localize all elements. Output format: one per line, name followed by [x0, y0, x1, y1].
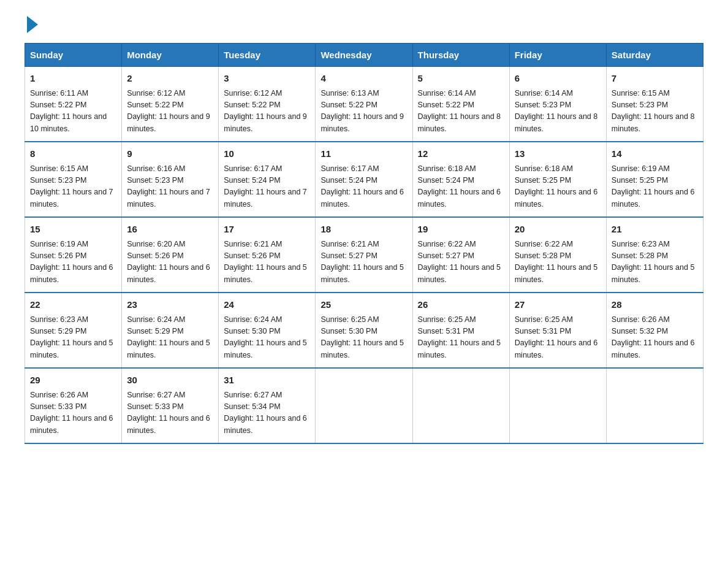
day-info: Sunrise: 6:26 AMSunset: 5:33 PMDaylight:… [30, 391, 113, 435]
calendar-table: SundayMondayTuesdayWednesdayThursdayFrid… [25, 43, 703, 444]
day-cell: 9Sunrise: 6:16 AMSunset: 5:23 PMDaylight… [122, 142, 219, 217]
day-info: Sunrise: 6:26 AMSunset: 5:32 PMDaylight:… [612, 315, 695, 359]
day-number: 12 [418, 147, 504, 161]
day-cell: 7Sunrise: 6:15 AMSunset: 5:23 PMDaylight… [606, 67, 703, 142]
day-info: Sunrise: 6:15 AMSunset: 5:23 PMDaylight:… [612, 89, 695, 133]
day-cell: 28Sunrise: 6:26 AMSunset: 5:32 PMDayligh… [606, 293, 703, 368]
day-cell: 29Sunrise: 6:26 AMSunset: 5:33 PMDayligh… [25, 368, 122, 443]
day-number: 19 [418, 223, 504, 237]
day-number: 27 [515, 298, 601, 312]
day-info: Sunrise: 6:22 AMSunset: 5:27 PMDaylight:… [418, 240, 501, 284]
day-info: Sunrise: 6:20 AMSunset: 5:26 PMDaylight:… [127, 240, 210, 284]
day-cell: 4Sunrise: 6:13 AMSunset: 5:22 PMDaylight… [316, 67, 412, 142]
day-number: 1 [30, 72, 116, 86]
week-row-4: 22Sunrise: 6:23 AMSunset: 5:29 PMDayligh… [25, 293, 703, 368]
day-cell: 27Sunrise: 6:25 AMSunset: 5:31 PMDayligh… [509, 293, 606, 368]
day-info: Sunrise: 6:22 AMSunset: 5:28 PMDaylight:… [515, 240, 598, 284]
day-number: 14 [612, 147, 698, 161]
day-number: 17 [224, 223, 310, 237]
day-number: 28 [612, 298, 698, 312]
day-cell [316, 368, 412, 443]
day-cell: 26Sunrise: 6:25 AMSunset: 5:31 PMDayligh… [412, 293, 509, 368]
week-row-2: 8Sunrise: 6:15 AMSunset: 5:23 PMDaylight… [25, 142, 703, 217]
day-info: Sunrise: 6:11 AMSunset: 5:22 PMDaylight:… [30, 89, 107, 133]
header-cell-friday: Friday [509, 44, 606, 67]
header-cell-saturday: Saturday [606, 44, 703, 67]
week-row-5: 29Sunrise: 6:26 AMSunset: 5:33 PMDayligh… [25, 368, 703, 443]
day-cell: 15Sunrise: 6:19 AMSunset: 5:26 PMDayligh… [25, 217, 122, 293]
day-number: 26 [418, 298, 504, 312]
day-info: Sunrise: 6:14 AMSunset: 5:23 PMDaylight:… [515, 89, 598, 133]
day-cell: 1Sunrise: 6:11 AMSunset: 5:22 PMDaylight… [25, 67, 122, 142]
header-cell-tuesday: Tuesday [219, 44, 316, 67]
day-cell: 10Sunrise: 6:17 AMSunset: 5:24 PMDayligh… [219, 142, 316, 217]
day-cell: 11Sunrise: 6:17 AMSunset: 5:24 PMDayligh… [316, 142, 412, 217]
day-number: 7 [612, 72, 698, 86]
logo-arrow-icon [27, 16, 38, 33]
day-cell: 6Sunrise: 6:14 AMSunset: 5:23 PMDaylight… [509, 67, 606, 142]
day-number: 2 [127, 72, 213, 86]
day-cell: 14Sunrise: 6:19 AMSunset: 5:25 PMDayligh… [606, 142, 703, 217]
day-cell: 20Sunrise: 6:22 AMSunset: 5:28 PMDayligh… [509, 217, 606, 293]
header-cell-monday: Monday [122, 44, 219, 67]
day-cell: 12Sunrise: 6:18 AMSunset: 5:24 PMDayligh… [412, 142, 509, 217]
day-info: Sunrise: 6:19 AMSunset: 5:26 PMDaylight:… [30, 240, 113, 284]
day-number: 8 [30, 147, 116, 161]
day-cell: 23Sunrise: 6:24 AMSunset: 5:29 PMDayligh… [122, 293, 219, 368]
day-info: Sunrise: 6:14 AMSunset: 5:22 PMDaylight:… [418, 89, 501, 133]
day-info: Sunrise: 6:23 AMSunset: 5:29 PMDaylight:… [30, 315, 113, 359]
calendar-header: SundayMondayTuesdayWednesdayThursdayFrid… [25, 44, 703, 67]
day-info: Sunrise: 6:19 AMSunset: 5:25 PMDaylight:… [612, 164, 695, 209]
week-row-3: 15Sunrise: 6:19 AMSunset: 5:26 PMDayligh… [25, 217, 703, 293]
day-info: Sunrise: 6:25 AMSunset: 5:31 PMDaylight:… [418, 315, 501, 359]
day-cell: 24Sunrise: 6:24 AMSunset: 5:30 PMDayligh… [219, 293, 316, 368]
day-number: 25 [320, 298, 407, 312]
day-info: Sunrise: 6:18 AMSunset: 5:25 PMDaylight:… [515, 164, 598, 209]
day-number: 11 [320, 147, 407, 161]
day-number: 5 [418, 72, 504, 86]
day-number: 13 [515, 147, 601, 161]
day-number: 18 [320, 223, 407, 237]
day-cell: 19Sunrise: 6:22 AMSunset: 5:27 PMDayligh… [412, 217, 509, 293]
header-cell-wednesday: Wednesday [316, 44, 412, 67]
day-number: 31 [224, 373, 310, 388]
day-number: 24 [224, 298, 310, 312]
day-cell: 30Sunrise: 6:27 AMSunset: 5:33 PMDayligh… [122, 368, 219, 443]
day-number: 21 [612, 223, 698, 237]
day-info: Sunrise: 6:18 AMSunset: 5:24 PMDaylight:… [418, 164, 501, 209]
day-info: Sunrise: 6:21 AMSunset: 5:27 PMDaylight:… [320, 240, 404, 284]
day-cell [509, 368, 606, 443]
day-number: 16 [127, 223, 213, 237]
logo [25, 18, 38, 31]
week-row-1: 1Sunrise: 6:11 AMSunset: 5:22 PMDaylight… [25, 67, 703, 142]
day-cell: 5Sunrise: 6:14 AMSunset: 5:22 PMDaylight… [412, 67, 509, 142]
day-info: Sunrise: 6:25 AMSunset: 5:30 PMDaylight:… [320, 315, 404, 359]
day-cell [412, 368, 509, 443]
day-number: 10 [224, 147, 310, 161]
day-info: Sunrise: 6:15 AMSunset: 5:23 PMDaylight:… [30, 164, 113, 209]
header-cell-sunday: Sunday [25, 44, 122, 67]
day-cell: 17Sunrise: 6:21 AMSunset: 5:26 PMDayligh… [219, 217, 316, 293]
day-info: Sunrise: 6:27 AMSunset: 5:33 PMDaylight:… [127, 391, 210, 435]
day-info: Sunrise: 6:27 AMSunset: 5:34 PMDaylight:… [224, 391, 307, 435]
day-cell: 31Sunrise: 6:27 AMSunset: 5:34 PMDayligh… [219, 368, 316, 443]
day-number: 20 [515, 223, 601, 237]
day-number: 22 [30, 298, 116, 312]
day-info: Sunrise: 6:13 AMSunset: 5:22 PMDaylight:… [320, 89, 404, 133]
day-number: 6 [515, 72, 601, 86]
day-cell: 2Sunrise: 6:12 AMSunset: 5:22 PMDaylight… [122, 67, 219, 142]
day-info: Sunrise: 6:24 AMSunset: 5:30 PMDaylight:… [224, 315, 307, 359]
day-cell: 18Sunrise: 6:21 AMSunset: 5:27 PMDayligh… [316, 217, 412, 293]
day-info: Sunrise: 6:23 AMSunset: 5:28 PMDaylight:… [612, 240, 695, 284]
day-number: 15 [30, 223, 116, 237]
day-cell: 21Sunrise: 6:23 AMSunset: 5:28 PMDayligh… [606, 217, 703, 293]
day-number: 23 [127, 298, 213, 312]
header-row: SundayMondayTuesdayWednesdayThursdayFrid… [25, 44, 703, 67]
day-number: 29 [30, 373, 116, 388]
day-info: Sunrise: 6:17 AMSunset: 5:24 PMDaylight:… [224, 164, 307, 209]
day-info: Sunrise: 6:16 AMSunset: 5:23 PMDaylight:… [127, 164, 210, 209]
day-info: Sunrise: 6:25 AMSunset: 5:31 PMDaylight:… [515, 315, 598, 359]
day-number: 9 [127, 147, 213, 161]
day-number: 30 [127, 373, 213, 388]
calendar-body: 1Sunrise: 6:11 AMSunset: 5:22 PMDaylight… [25, 67, 703, 444]
